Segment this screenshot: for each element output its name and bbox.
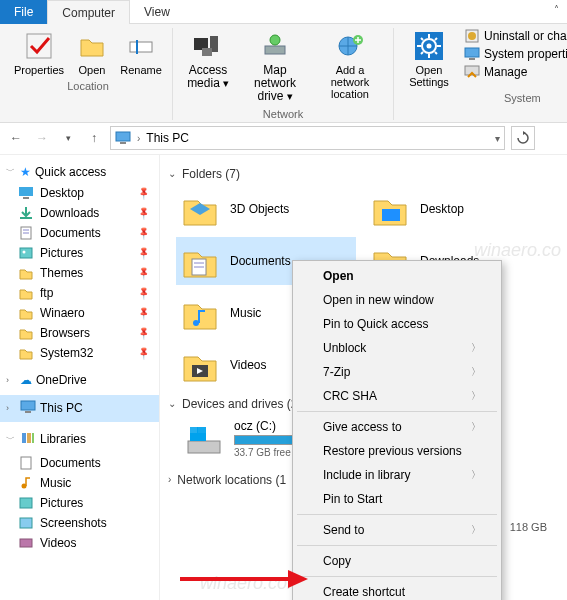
chevron-down-icon: ⌄: [168, 398, 176, 409]
screenshots-library-icon: [18, 515, 34, 531]
ctx-unblock[interactable]: Unblock〉: [295, 336, 499, 360]
library-pictures[interactable]: Pictures: [0, 493, 159, 513]
folder-icon: [18, 265, 34, 281]
ctx-give-access[interactable]: Give access to〉: [295, 415, 499, 439]
svg-rect-34: [20, 248, 32, 258]
sidebar-item-ftp[interactable]: ftp: [0, 283, 159, 303]
ctx-create-shortcut[interactable]: Create shortcut: [295, 580, 499, 600]
folder-desktop[interactable]: Desktop: [366, 185, 546, 233]
folders-section-header[interactable]: ⌄ Folders (7): [168, 167, 557, 181]
address-bar[interactable]: › This PC ▾: [110, 126, 505, 150]
svg-point-12: [427, 44, 432, 49]
forward-button[interactable]: →: [32, 128, 52, 148]
this-pc-header[interactable]: › This PC: [0, 395, 159, 422]
open-settings-button[interactable]: Open Settings: [400, 28, 458, 90]
submenu-arrow-icon: 〉: [471, 523, 481, 537]
svg-rect-37: [25, 411, 31, 413]
access-media-button[interactable]: Access media ▾: [179, 28, 237, 92]
library-screenshots[interactable]: Screenshots: [0, 513, 159, 533]
cloud-icon: ☁: [20, 373, 32, 387]
videos-folder-icon: [180, 345, 220, 385]
quick-access-header[interactable]: ﹀ ★ Quick access: [0, 161, 159, 183]
uninstall-program-button[interactable]: Uninstall or change a program: [464, 28, 567, 44]
ctx-pin-quick-access[interactable]: Pin to Quick access: [295, 312, 499, 336]
properties-button[interactable]: Properties: [10, 28, 68, 78]
onedrive-header[interactable]: › ☁ OneDrive: [0, 369, 159, 391]
ctx-crc-sha[interactable]: CRC SHA〉: [295, 384, 499, 408]
pictures-library-icon: [18, 495, 34, 511]
submenu-arrow-icon: 〉: [471, 420, 481, 434]
add-network-location-button[interactable]: Add a network location: [313, 28, 387, 102]
videos-library-icon: [18, 535, 34, 551]
svg-rect-38: [22, 433, 26, 443]
sidebar-item-pictures[interactable]: Pictures: [0, 243, 159, 263]
library-music[interactable]: Music: [0, 473, 159, 493]
ctx-include-library[interactable]: Include in library〉: [295, 463, 499, 487]
collapse-ribbon-icon[interactable]: ˄: [554, 4, 559, 15]
ribbon: Properties Open Rename Location: [0, 24, 567, 123]
map-network-drive-button[interactable]: Map network drive ▾: [239, 28, 311, 106]
documents-library-icon: [18, 455, 34, 471]
navigation-bar: ← → ▾ ↑ › This PC ▾: [0, 123, 567, 155]
ctx-open-new-window[interactable]: Open in new window: [295, 288, 499, 312]
pictures-icon: [18, 245, 34, 261]
ctx-send-to[interactable]: Send to〉: [295, 518, 499, 542]
svg-line-20: [435, 38, 437, 40]
desktop-icon: [18, 185, 34, 201]
context-menu: Open Open in new window Pin to Quick acc…: [292, 260, 502, 600]
system-properties-button[interactable]: System properties: [464, 46, 567, 62]
svg-rect-47: [382, 209, 400, 221]
svg-marker-59: [288, 570, 308, 588]
secondary-drive-size: 118 GB: [510, 521, 547, 533]
library-documents[interactable]: Documents: [0, 453, 159, 473]
checkmark-icon: [23, 30, 55, 62]
back-button[interactable]: ←: [6, 128, 26, 148]
libraries-header[interactable]: ﹀ Libraries: [0, 426, 159, 453]
svg-rect-36: [21, 401, 35, 410]
folder-icon: [18, 325, 34, 341]
search-box[interactable]: [541, 126, 561, 150]
svg-rect-41: [21, 457, 31, 469]
sidebar-item-documents[interactable]: Documents: [0, 223, 159, 243]
group-label-location: Location: [67, 80, 109, 92]
rename-button[interactable]: Rename: [116, 28, 166, 78]
sidebar-item-downloads[interactable]: Downloads: [0, 203, 159, 223]
sidebar-item-themes[interactable]: Themes: [0, 263, 159, 283]
rename-icon: [125, 30, 157, 62]
sidebar-item-winaero[interactable]: Winaero: [0, 303, 159, 323]
library-videos[interactable]: Videos: [0, 533, 159, 553]
ctx-7zip[interactable]: 7-Zip〉: [295, 360, 499, 384]
sidebar-item-system32[interactable]: System32: [0, 343, 159, 363]
svg-rect-27: [120, 142, 126, 144]
svg-rect-40: [32, 433, 34, 443]
ctx-open[interactable]: Open: [295, 264, 499, 288]
svg-rect-30: [20, 217, 32, 219]
tab-view[interactable]: View: [130, 0, 184, 24]
sidebar-item-desktop[interactable]: Desktop: [0, 183, 159, 203]
tab-file[interactable]: File: [0, 0, 47, 24]
uninstall-icon: [464, 28, 480, 44]
refresh-button[interactable]: [511, 126, 535, 150]
folder-icon: [18, 345, 34, 361]
up-button[interactable]: ↑: [84, 128, 104, 148]
tab-computer[interactable]: Computer: [47, 0, 130, 24]
svg-line-18: [435, 52, 437, 54]
svg-rect-56: [190, 427, 197, 433]
svg-point-7: [270, 35, 280, 45]
chevron-right-icon[interactable]: ›: [137, 133, 140, 144]
downloads-icon: [18, 205, 34, 221]
ctx-pin-start[interactable]: Pin to Start: [295, 487, 499, 511]
chevron-down-icon: ⌄: [168, 168, 176, 179]
sidebar-item-browsers[interactable]: Browsers: [0, 323, 159, 343]
ctx-copy[interactable]: Copy: [295, 549, 499, 573]
open-button[interactable]: Open: [70, 28, 114, 78]
submenu-arrow-icon: 〉: [471, 389, 481, 403]
folder-3d-objects[interactable]: 3D Objects: [176, 185, 356, 233]
recent-locations-button[interactable]: ▾: [58, 128, 78, 148]
manage-button[interactable]: Manage: [464, 64, 567, 80]
navigation-pane: ﹀ ★ Quick access Desktop Downloads Docum…: [0, 155, 160, 600]
svg-rect-43: [20, 498, 32, 508]
ctx-restore-versions[interactable]: Restore previous versions: [295, 439, 499, 463]
address-dropdown-icon[interactable]: ▾: [495, 133, 500, 144]
svg-rect-1: [130, 42, 152, 52]
